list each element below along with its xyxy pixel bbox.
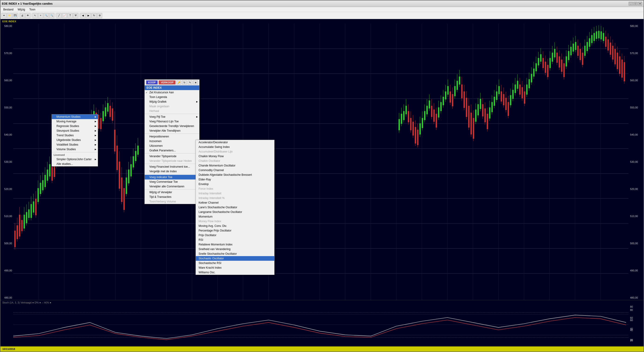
candles-container[interactable] [13, 24, 628, 300]
ctx-wijzig-grafiek[interactable]: Wijzig Grafiek [145, 100, 199, 104]
price-540: 540,00 [1, 133, 12, 136]
koop-button[interactable]: KOOP [146, 80, 158, 84]
s2-dubbele[interactable]: Dubbele Afgevlakte Stochastische Bresser… [196, 172, 274, 177]
s2-chande[interactable]: Chande Momentum Oscillator [196, 163, 274, 168]
tool-line[interactable]: ╱ [56, 13, 62, 18]
ctx-verander-tijd[interactable]: Verander Tijdsperiode [145, 154, 199, 158]
svg-rect-45 [28, 210, 30, 218]
menu-wijzig[interactable]: Wijzig [16, 8, 27, 12]
s2-elder[interactable]: Elder-Ray [196, 177, 274, 182]
tool-sep1 [18, 13, 19, 18]
s2-commodity[interactable]: Commodity Channel [196, 168, 274, 172]
s2-stochastische-rsi[interactable]: Stochastische RSI [196, 261, 274, 266]
close-button[interactable]: × [638, 2, 642, 6]
ctx-wijzig-verwijder[interactable]: Wijzig of Verwijder [145, 190, 199, 194]
ctx-toon-legenda[interactable]: Toon Legenda [145, 95, 199, 100]
s2-accumulatie[interactable]: Accumulatie Swing Index [196, 145, 274, 149]
ctx-voeg-commentaar[interactable]: Voeg Commentaar Toe [145, 180, 199, 184]
ctx-verwijder-commentaren[interactable]: Verwijder alle Commentaren [145, 184, 199, 189]
s2-relatieve[interactable]: Relatieve Momentum Index [196, 242, 274, 247]
ctx-sep1 [145, 114, 199, 114]
svg-rect-179 [443, 97, 444, 105]
ctx-zet-kruiscursor[interactable]: ✓ Zet Kruiscursor Aan [145, 90, 199, 95]
s2-envelop[interactable]: Envelop [196, 182, 274, 186]
ctx-tijd-transacties[interactable]: Tijd & Transacties [145, 194, 199, 199]
s2-stochastic[interactable]: Stochastic Oscillator [196, 256, 274, 261]
s2-snelheid[interactable]: Snelheid van Verandering [196, 247, 274, 252]
tool-open[interactable]: 📁 [7, 13, 12, 18]
s2-williams[interactable]: Williams Osc. [196, 270, 274, 275]
tool-cross[interactable]: + [38, 13, 43, 18]
ctx-tool2[interactable]: ↻ [182, 80, 187, 84]
submenu1-simpler[interactable]: Simpler Options/John Carter [52, 157, 98, 162]
restore-button[interactable]: □ [633, 2, 638, 6]
submenu1-momentum[interactable]: Momentum Studies [52, 114, 98, 119]
ctx-tool1[interactable]: 🔑 [176, 80, 181, 84]
submenu1-trend[interactable]: Trend Studies [52, 133, 98, 138]
price-500: 500,00 [1, 242, 12, 245]
s2-rsi[interactable]: RSI [196, 238, 274, 242]
s2-chaikin-money[interactable]: Chaikin Money Flow [196, 154, 274, 158]
submenu1-uitgebreide[interactable]: Uitgebreide Studies [52, 138, 98, 142]
ctx-voeg-fibonacci[interactable]: Voeg Fibonacci Lijn Toe [145, 119, 199, 124]
price-r-560: 560,00 [630, 79, 642, 82]
submenu1-regressie[interactable]: Regressie Studies [52, 124, 98, 128]
verkoop-button[interactable]: VERKOOP [158, 80, 176, 84]
tool-trend[interactable]: 📈 [62, 13, 67, 18]
tool-zoom-out[interactable]: 🔍 [49, 13, 54, 18]
ctx-verwijder-alle[interactable]: Verwijder Alle Trendlijnen [145, 128, 199, 133]
tool-save[interactable]: 💾 [12, 13, 18, 18]
tool-forward[interactable]: ▶ [86, 13, 91, 18]
stoch-chart[interactable]: Stoch (14, 3, 3) Vertraagd ● D% ● -- H(%… [0, 300, 644, 346]
tool-arrow[interactable]: ↖ [32, 13, 38, 18]
s2-prijs-osc[interactable]: Prijs Oscillator [196, 233, 274, 238]
ctx-toolbar: KOOP VERKOOP 🔑 ↻ ✎ ★ [145, 80, 199, 86]
svg-rect-205 [473, 118, 474, 138]
chart-area[interactable]: EOE INDEX [0, 19, 644, 352]
submenu1-volume[interactable]: Volume Studies [52, 147, 98, 152]
tool-preview[interactable]: 👁 [25, 13, 30, 18]
submenu1-steunpunt[interactable]: Steunpunt Studies [52, 128, 98, 133]
ctx-vergelijk[interactable]: Vergelijk met de Index [145, 169, 199, 174]
ctx-voeg-instrument[interactable]: Voeg Financieel Instrument toe... [145, 164, 199, 169]
tool-refresh[interactable]: ↻ [92, 13, 96, 18]
tool-fib[interactable]: Ψ [73, 13, 78, 18]
submenu1-alle[interactable]: Alle studies... [52, 162, 98, 166]
s2-percentage[interactable]: Percentage Prijs Oscillator [196, 228, 274, 233]
tool-settings[interactable]: ⚙ [97, 13, 102, 18]
ctx-inzoomen[interactable]: Inzoomen [145, 139, 199, 144]
s2-chaikin-osc: Chaikin Oscillator [196, 158, 274, 163]
s2-snelle[interactable]: Snelle Stochastische Oscillator [196, 252, 274, 256]
ctx-grafiek-params[interactable]: Grafiek Parameters... [145, 148, 199, 153]
tool-back[interactable]: ◀ [80, 13, 86, 18]
ctx-tool4[interactable]: ★ [193, 80, 198, 84]
price-r-540: 540,00 [630, 133, 642, 136]
submenu1-moving[interactable]: Moving Average [52, 119, 98, 124]
menu-toon[interactable]: Toon [28, 8, 37, 12]
submenu1-volatiliteit[interactable]: Volatiliteit Studies [52, 142, 98, 147]
menu-bestand[interactable]: Bestand [2, 8, 15, 12]
s2-ware[interactable]: Ware Kracht Index [196, 266, 274, 270]
tool-text[interactable]: T [68, 13, 73, 18]
price-490: 490,00 [1, 269, 12, 272]
ctx-voeg-indicator[interactable]: Voeg Indicator Toe [145, 175, 199, 180]
ctx-herpositioneren[interactable]: Herpositioneren [145, 134, 199, 139]
s2-accelerator[interactable]: Accelerator/Decelerator [196, 140, 274, 145]
ctx-tool3[interactable]: ✎ [188, 80, 192, 84]
price-560: 560,00 [1, 79, 12, 82]
ctx-voeg-pijl[interactable]: Voeg Pijl Toe [145, 114, 199, 119]
minimize-button[interactable]: _ [629, 2, 633, 6]
tool-new[interactable]: ✦ [2, 13, 6, 18]
svg-rect-37 [19, 215, 20, 236]
price-r-570: 570,00 [630, 52, 642, 54]
s2-lane[interactable]: Lane's Stochastische Oscillator [196, 205, 274, 210]
price-axis-left: 580,00 570,00 560,00 550,00 540,00 530,0… [0, 24, 12, 300]
tool-zoom-in[interactable]: 🔍 [44, 13, 49, 18]
s2-momentum[interactable]: Momentum [196, 214, 274, 219]
tool-print[interactable]: 🖨 [20, 13, 25, 18]
s2-moving-avg[interactable]: Moving Avg. Conv. Div. [196, 224, 274, 228]
s2-langzame[interactable]: Langzame Stochastische Oscillator [196, 210, 274, 214]
ctx-geselecteerde[interactable]: Geselecteerde Trendlijn Verwijderen [145, 124, 199, 128]
ctx-uitzoomen[interactable]: Uitzoomen [145, 144, 199, 148]
s2-keltner[interactable]: Keltner Channel [196, 200, 274, 205]
